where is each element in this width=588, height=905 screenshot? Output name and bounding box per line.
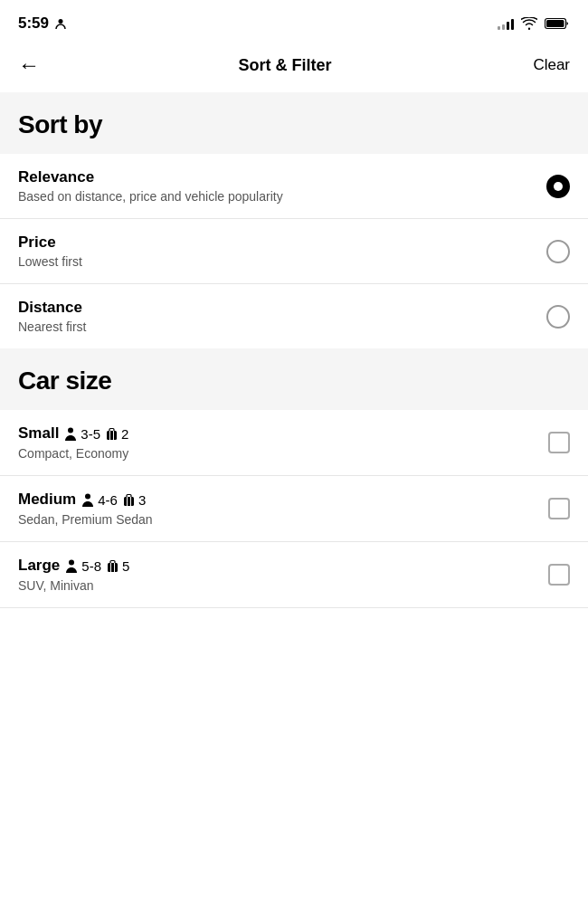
- sort-distance-sublabel: Nearest first: [18, 319, 546, 334]
- car-small-label: Small: [18, 424, 59, 443]
- sort-options-list: Relevance Based on distance, price and v…: [0, 154, 588, 348]
- sort-option-distance[interactable]: Distance Nearest first: [0, 284, 588, 348]
- status-bar: 5:59: [0, 0, 588, 43]
- car-medium-persons-count: 4-6: [98, 492, 118, 508]
- car-size-section-title: Car size: [18, 367, 570, 395]
- status-icons: [498, 17, 570, 30]
- sort-relevance-label: Relevance: [18, 168, 546, 186]
- battery-icon: [545, 17, 570, 30]
- sort-distance-radio[interactable]: [546, 305, 570, 329]
- sort-price-radio[interactable]: [546, 240, 570, 263]
- car-large-luggage: 5: [107, 558, 129, 574]
- person-status-icon: [54, 17, 67, 30]
- time-display: 5:59: [18, 14, 49, 33]
- nav-bar: ← Sort & Filter Clear: [0, 43, 588, 92]
- signal-icon: [498, 17, 514, 30]
- svg-point-13: [69, 560, 74, 566]
- svg-point-3: [68, 428, 73, 433]
- car-medium-sublabel: Sedan, Premium Sedan: [18, 512, 548, 527]
- car-medium-luggage: 3: [123, 492, 146, 508]
- status-time: 5:59: [18, 14, 67, 33]
- car-option-medium[interactable]: Medium 4-6 3: [0, 476, 588, 542]
- car-large-label: Large: [18, 557, 60, 575]
- car-option-small[interactable]: Small 3-5 2: [0, 410, 588, 476]
- car-medium-persons: 4-6: [81, 492, 118, 508]
- car-large-checkbox[interactable]: [548, 564, 570, 586]
- sort-option-price[interactable]: Price Lowest first: [0, 219, 588, 284]
- car-large-luggage-count: 5: [122, 558, 129, 574]
- wifi-icon: [521, 17, 537, 30]
- clear-button[interactable]: Clear: [516, 56, 570, 74]
- car-size-section: Car size Small 3-5: [0, 348, 588, 608]
- svg-rect-9: [124, 497, 134, 506]
- car-medium-checkbox[interactable]: [548, 498, 570, 519]
- car-small-checkbox[interactable]: [548, 432, 570, 453]
- svg-rect-4: [107, 431, 117, 440]
- page-title: Sort & Filter: [54, 56, 516, 75]
- svg-point-0: [59, 19, 63, 24]
- car-medium-luggage-count: 3: [138, 492, 146, 508]
- svg-rect-2: [546, 20, 564, 27]
- car-small-luggage-count: 2: [121, 426, 128, 442]
- sort-section-header: Sort by: [0, 92, 588, 154]
- person-icon: [64, 426, 77, 441]
- person-icon: [65, 558, 78, 573]
- car-medium-label: Medium: [18, 491, 76, 509]
- svg-point-8: [85, 494, 90, 500]
- luggage-icon: [123, 493, 135, 507]
- sort-price-label: Price: [18, 233, 546, 252]
- car-small-persons-count: 3-5: [81, 426, 100, 442]
- back-button[interactable]: ←: [18, 52, 54, 78]
- sort-relevance-radio[interactable]: [546, 175, 570, 198]
- car-small-persons: 3-5: [64, 426, 100, 442]
- sort-section-title: Sort by: [18, 110, 570, 139]
- car-small-luggage: 2: [106, 426, 128, 442]
- luggage-icon: [107, 559, 119, 573]
- car-large-persons-count: 5-8: [81, 558, 101, 574]
- car-small-sublabel: Compact, Economy: [18, 446, 548, 461]
- sort-option-relevance[interactable]: Relevance Based on distance, price and v…: [0, 154, 588, 219]
- car-size-section-header: Car size: [0, 348, 588, 410]
- sort-distance-label: Distance: [18, 299, 546, 317]
- car-large-persons: 5-8: [65, 558, 101, 574]
- person-icon: [81, 492, 94, 507]
- luggage-icon: [106, 427, 118, 441]
- sort-relevance-sublabel: Based on distance, price and vehicle pop…: [18, 189, 546, 204]
- svg-rect-14: [108, 563, 118, 572]
- car-large-sublabel: SUV, Minivan: [18, 578, 548, 593]
- car-option-large[interactable]: Large 5-8 5: [0, 542, 588, 608]
- sort-price-sublabel: Lowest first: [18, 254, 546, 269]
